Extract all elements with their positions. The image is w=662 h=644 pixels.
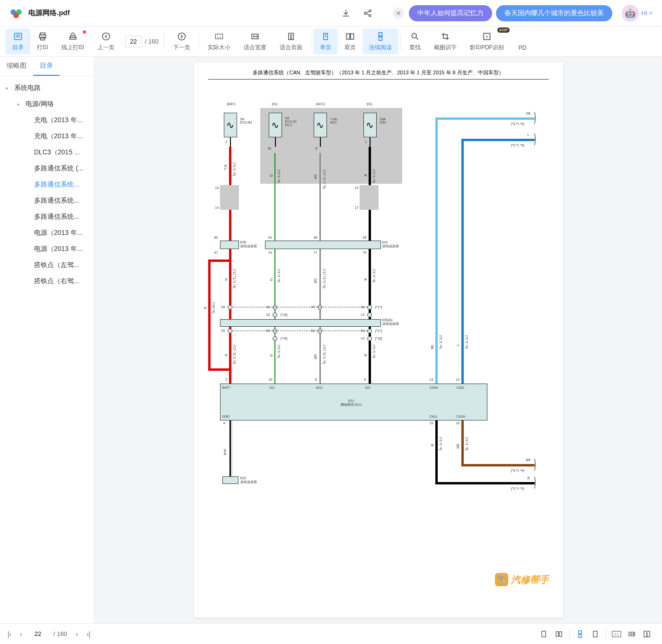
tree-item-8[interactable]: 多路通信系统...: [0, 209, 94, 225]
tool-ocr[interactable]: A 影印PDF识别SVIP: [463, 28, 511, 54]
footer-page-total: / 160: [53, 630, 67, 637]
tool-toc[interactable]: 目录: [6, 28, 30, 54]
last-page-button[interactable]: ›|: [87, 630, 90, 638]
tree-item-label: 电源（2013 年...: [34, 229, 83, 237]
connector-e59: [220, 241, 239, 249]
wire-label-g3: G: [270, 354, 273, 357]
tree-item-10[interactable]: 电源（2013 年...: [0, 241, 94, 257]
label-b-out: B: [528, 476, 530, 480]
wire-ref-3: (*17 *3,*1 *4): [323, 170, 326, 189]
fuse-label-3: 7.5A ACC: [330, 117, 337, 124]
pin-4: 4: [223, 421, 225, 425]
continuous-icon: [375, 31, 386, 42]
label-br-out: BR: [526, 458, 531, 462]
sidebar-tab-0[interactable]: 缩略图: [0, 57, 33, 76]
wire-green-1: [274, 153, 275, 384]
wire-ref-g2: (*3,*1 *4): [277, 269, 281, 282]
ad-close-button[interactable]: ✕: [393, 8, 404, 19]
ann-18b: (*18): [281, 337, 288, 340]
tool-fit-page[interactable]: 适合页面: [273, 28, 309, 54]
svg-text:1:1: 1:1: [614, 633, 619, 636]
file-title: 电源网络.pdf: [28, 9, 70, 18]
pdf-viewer[interactable]: 多路通信系统（CAN、左驾驶车型）（2013 年 1 月之前生产、2013 年 …: [95, 57, 662, 623]
tool-crop[interactable]: 截图识字: [427, 28, 463, 54]
tool-cloud-print[interactable]: 线上打印: [55, 28, 91, 54]
wire-ref-r3: (*17 *3,*1 *4): [233, 345, 236, 364]
tool-more[interactable]: PD: [511, 29, 534, 54]
tool-actual[interactable]: 1:1 实际大小: [201, 28, 237, 54]
sidebar-tab-1[interactable]: 目录: [33, 57, 60, 76]
view-fit2-icon[interactable]: [640, 627, 653, 641]
ecu-pin-ig1: IG1: [270, 386, 275, 389]
view-fit-icon[interactable]: [625, 627, 638, 641]
user-avatar[interactable]: 🤖: [622, 5, 639, 22]
view-single-icon[interactable]: [537, 627, 550, 641]
view-mode4-icon[interactable]: [589, 627, 602, 641]
tool-single[interactable]: 单页: [313, 28, 338, 54]
pin-13: 13: [215, 186, 219, 189]
tool-search[interactable]: 查找: [403, 28, 427, 54]
tool-label: 线上打印: [62, 44, 84, 52]
page-number-input[interactable]: [125, 36, 142, 48]
view-1to1-icon[interactable]: 1:1: [610, 627, 623, 641]
tool-prev[interactable]: 上一页: [91, 28, 121, 54]
footer-page-current[interactable]: 22: [31, 630, 45, 637]
tree-item-7[interactable]: 多路通信系统...: [0, 193, 94, 209]
wire-label-r: R: [203, 307, 207, 309]
tree-item-12[interactable]: 搭铁点（右驾...: [0, 273, 94, 289]
view-double-icon[interactable]: [552, 627, 565, 641]
ref-l: (*3,*1 *4): [511, 143, 524, 147]
tree-item-6[interactable]: 多路通信系统...: [0, 177, 94, 193]
share-icon[interactable]: [362, 8, 373, 18]
single-icon: [320, 31, 331, 42]
ecu-pin-gnd: GND: [222, 415, 230, 418]
tree-item-9[interactable]: 电源（2013 年...: [0, 225, 94, 241]
tool-double[interactable]: 双页: [338, 28, 362, 54]
main-area: 缩略图目录 ▾系统电路▾电源/网络充电（2013 年...充电（2013 年..…: [0, 57, 662, 623]
tree-item-1[interactable]: ▾电源/网络: [0, 96, 94, 112]
tool-next[interactable]: 下一页: [167, 28, 197, 54]
actual-icon: 1:1: [214, 31, 224, 42]
download-icon[interactable]: [341, 8, 351, 18]
pin-42b: 42: [266, 313, 270, 316]
tree-item-label: 充电（2013 年...: [34, 132, 83, 141]
prev-page-button[interactable]: ‹: [20, 630, 22, 638]
fuse-label-2: 5A ECU-IG No.1: [285, 116, 297, 126]
ecu-pin-acc: ACC: [316, 386, 323, 389]
pin-14b: 14: [361, 313, 365, 316]
tree-item-11[interactable]: 搭铁点（左驾...: [0, 257, 94, 273]
ad-pill-1[interactable]: 中年人如何提高记忆力: [409, 5, 492, 21]
tree-item-5[interactable]: 多路通信系统 (...: [0, 161, 94, 177]
tool-print[interactable]: 打印: [30, 28, 55, 54]
tool-label: 下一页: [173, 44, 190, 52]
pin-14: 14: [215, 206, 219, 209]
tool-label: 适合页面: [280, 44, 302, 52]
diagram-title: 多路通信系统（CAN、左驾驶车型）（2013 年 1 月之前生产、2013 年 …: [194, 63, 563, 79]
connector-l-out: ⟩: [534, 131, 536, 146]
first-page-button[interactable]: |‹: [8, 630, 11, 638]
tool-continuous[interactable]: 连续阅读: [362, 28, 398, 54]
connector-sb-out: ⟩: [534, 110, 536, 125]
tree-item-2[interactable]: 充电（2013 年...: [0, 112, 94, 128]
next-icon: [177, 31, 187, 42]
pin-74: 74: [268, 251, 272, 254]
wire-ref-4: (*3,*1 *4): [372, 170, 376, 183]
tree-item-0[interactable]: ▾系统电路: [0, 80, 94, 96]
view-continuous-icon[interactable]: [574, 627, 587, 641]
page-total: / 160: [145, 38, 159, 45]
wire-black-1: [369, 147, 371, 384]
svg-point-2: [13, 12, 19, 18]
ecu-pin-batt: BATT: [222, 386, 230, 389]
fuse-box-ig2: ∿: [363, 113, 377, 137]
tool-fit-width[interactable]: 适合宽度: [237, 28, 273, 54]
tool-label: 连续阅读: [369, 44, 392, 52]
hi-badge[interactable]: Hi >: [642, 9, 653, 17]
tree-item-3[interactable]: 充电（2013 年...: [0, 128, 94, 144]
wire-label-rl: R-L: [224, 165, 227, 170]
tree-item-4[interactable]: DLC3（2015 ...: [0, 144, 94, 161]
wire-label-gr: GR: [314, 174, 317, 179]
chevron-down-icon: ▾: [6, 86, 11, 91]
pin-44: 44: [268, 236, 272, 239]
ad-pill-2[interactable]: 春天国内哪几个城市的景色比较美: [496, 5, 612, 21]
next-page-button[interactable]: ›: [76, 630, 78, 638]
